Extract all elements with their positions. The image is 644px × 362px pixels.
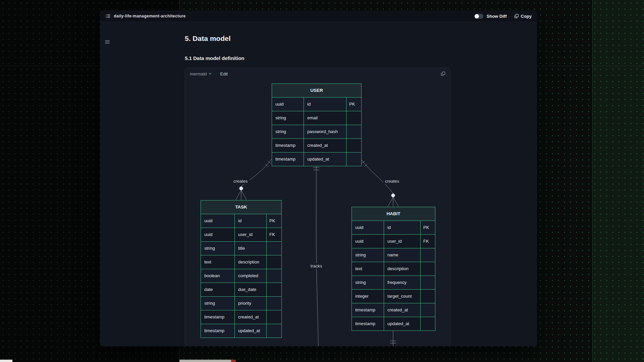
attribute-name: name	[384, 248, 420, 262]
attribute-key	[346, 125, 361, 138]
entity-title: TASK	[201, 200, 281, 214]
attribute-row: datedue_date	[201, 283, 281, 296]
attribute-row: uuididPK	[272, 97, 361, 111]
attribute-key: FK	[420, 235, 435, 248]
attribute-row: textdescription	[352, 262, 435, 276]
attribute-type: timestamp	[352, 303, 384, 317]
attribute-key	[266, 242, 281, 255]
attribute-type: string	[352, 276, 384, 289]
mermaid-codeblock: mermaid Edit	[185, 68, 450, 346]
show-diff-toggle[interactable]	[474, 14, 483, 19]
attribute-type: uuid	[201, 228, 234, 241]
backdrop-strip-white-left	[0, 360, 12, 362]
attribute-type: integer	[352, 290, 384, 303]
attribute-type: string	[272, 111, 304, 125]
attribute-row: uuididPK	[201, 214, 281, 228]
attribute-row: timestampcreated_at	[352, 303, 435, 317]
attribute-name: created_at	[234, 310, 266, 324]
attribute-name: frequency	[384, 276, 420, 289]
sidebar-toggle-icon[interactable]	[104, 39, 111, 45]
attribute-key	[266, 283, 281, 296]
attribute-key	[420, 317, 435, 330]
attribute-name: completed	[234, 269, 266, 283]
attribute-row: textdescription	[201, 255, 281, 269]
show-diff-label: Show Diff	[487, 14, 507, 19]
expand-icon[interactable]	[441, 71, 445, 76]
document-title: daily-life-management-architecture	[114, 14, 186, 18]
relationship-label-creates-task: creates	[232, 178, 250, 184]
attribute-key	[346, 139, 361, 152]
attribute-type: timestamp	[201, 310, 234, 324]
attribute-name: user_id	[234, 228, 266, 241]
attribute-row: timestampupdated_at	[201, 324, 281, 338]
attribute-key	[266, 255, 281, 269]
attribute-type: timestamp	[352, 317, 384, 330]
attribute-name: description	[234, 255, 266, 269]
language-label: mermaid	[190, 71, 207, 76]
attribute-row: stringpriority	[201, 296, 281, 310]
edge-user-tracks	[316, 164, 318, 346]
attribute-row: timestampcreated_at	[201, 310, 281, 324]
attribute-type: uuid	[352, 221, 384, 234]
attribute-type: text	[352, 262, 384, 276]
attribute-type: uuid	[352, 235, 384, 248]
topbar-actions: Show Diff Copy	[474, 14, 532, 19]
section-title: 5.1 Data model definition	[185, 55, 245, 61]
attribute-key	[420, 248, 435, 262]
attribute-key	[266, 297, 281, 310]
attribute-type: text	[201, 255, 234, 269]
attribute-name: title	[234, 242, 266, 255]
attribute-row: stringname	[352, 248, 435, 262]
attribute-row: uuiduser_idFK	[201, 228, 281, 241]
copy-icon	[514, 14, 519, 18]
attribute-type: timestamp	[272, 153, 304, 166]
attribute-name: created_at	[304, 139, 346, 152]
attribute-name: id	[234, 214, 266, 228]
window-topbar: daily-life-management-architecture Show …	[100, 10, 537, 22]
attribute-row: timestampupdated_at	[272, 152, 361, 166]
attribute-row: booleancompleted	[201, 269, 281, 283]
copy-label: Copy	[521, 14, 532, 19]
attribute-row: uuididPK	[352, 221, 435, 234]
attribute-key	[346, 153, 361, 166]
attribute-name: password_hash	[304, 125, 346, 138]
attribute-name: priority	[234, 297, 266, 310]
er-diagram: creates creates tracks USERuuididPKstrin…	[185, 68, 450, 346]
backdrop-shade-right	[592, 0, 644, 362]
toggle-knob	[475, 14, 479, 18]
attribute-name: created_at	[384, 303, 420, 317]
attribute-type: date	[201, 283, 234, 296]
list-icon[interactable]	[105, 13, 111, 19]
attribute-type: timestamp	[201, 324, 234, 338]
entity-habit: HABITuuididPKuuiduser_idFKstringnametext…	[352, 207, 435, 331]
attribute-key: PK	[346, 98, 361, 111]
attribute-name: user_id	[384, 235, 420, 248]
attribute-row: timestampcreated_at	[272, 138, 361, 152]
backdrop-strip-white-mid	[179, 360, 231, 362]
entity-title: HABIT	[352, 207, 435, 221]
attribute-key	[420, 303, 435, 317]
attribute-key: FK	[266, 228, 281, 241]
copy-button[interactable]: Copy	[514, 14, 532, 19]
attribute-row: uuiduser_idFK	[352, 234, 435, 248]
chevron-down-icon	[209, 73, 212, 75]
backdrop-seam-vertical-2	[592, 0, 593, 362]
entity-user: USERuuididPKstringemailstringpassword_ha…	[272, 83, 362, 166]
attribute-name: updated_at	[384, 317, 420, 330]
attribute-name: description	[384, 262, 420, 276]
attribute-type: uuid	[201, 214, 234, 228]
edge-user-habit	[361, 159, 393, 193]
attribute-type: boolean	[201, 269, 234, 283]
attribute-name: updated_at	[234, 324, 266, 338]
attribute-name: id	[384, 221, 420, 234]
attribute-key	[346, 111, 361, 125]
language-dropdown[interactable]: mermaid	[190, 71, 212, 76]
relationship-label-creates-habit: creates	[383, 178, 401, 184]
attribute-name: id	[304, 98, 346, 111]
attribute-key	[420, 276, 435, 289]
attribute-name: due_date	[234, 283, 266, 296]
edit-button[interactable]: Edit	[220, 71, 228, 76]
attribute-key: PK	[420, 221, 435, 234]
attribute-type: string	[272, 125, 304, 138]
attribute-row: stringtitle	[201, 241, 281, 255]
